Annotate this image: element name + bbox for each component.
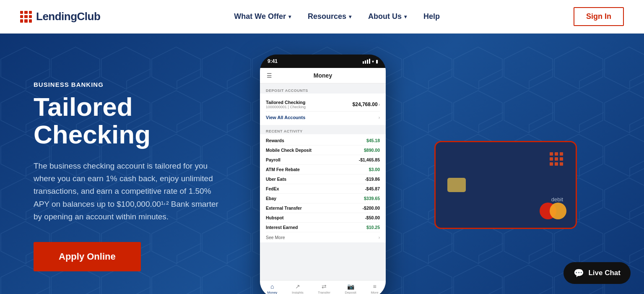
- activity-row: ATM Fee Rebate $3.00: [266, 165, 380, 174]
- hero-section: BUSINESS BANKING Tailored Checking The b…: [0, 34, 644, 294]
- phone-screen-title: Money: [314, 72, 332, 79]
- activity-row: Payroll -$1,465.85: [266, 155, 380, 165]
- menu-icon: ☰: [267, 72, 272, 79]
- card-chip: [447, 178, 466, 192]
- battery-icon: ▮: [376, 59, 378, 64]
- deposit-section-label: DEPOSIT ACCOUNTS: [260, 87, 386, 94]
- account-balance: $24,768.00 ›: [353, 101, 380, 107]
- debit-card: debit: [434, 141, 577, 229]
- footer-tab-deposit[interactable]: 📷 Deposit: [345, 283, 356, 294]
- chat-bubble-icon: 💬: [574, 268, 584, 278]
- hero-content: BUSINESS BANKING Tailored Checking The b…: [34, 81, 235, 271]
- phone-screen: ☰ Money DEPOSIT ACCOUNTS Tailored Checki…: [260, 68, 386, 294]
- chevron-down-icon: ▾: [288, 14, 291, 20]
- live-chat-label: Live Chat: [588, 269, 621, 277]
- card-debit-label: debit: [551, 196, 563, 203]
- activity-row: External Transfer -$200.00: [266, 203, 380, 213]
- activity-row: Mobile Check Deposit $890.00: [266, 146, 380, 155]
- chevron-down-icon: ▾: [349, 14, 351, 20]
- phone-status-icons: ▾ ▮: [363, 59, 378, 64]
- transfer-icon: ⇄: [322, 283, 327, 290]
- phone-mockup: 9:41 ▾ ▮ ☰ Money: [260, 55, 386, 294]
- see-more-row[interactable]: See More ›: [266, 232, 380, 241]
- nav-item-about-us[interactable]: About Us ▾: [368, 12, 407, 21]
- activity-row: Interest Earned $10.25: [266, 223, 380, 232]
- hero-description: The business checking account is tailore…: [34, 160, 226, 224]
- chevron-down-icon: ▾: [404, 14, 407, 20]
- phone-time: 9:41: [267, 58, 278, 64]
- mastercard-logo: [540, 203, 566, 219]
- home-icon: ⌂: [270, 283, 274, 290]
- activity-row: Hubspot -$50.00: [266, 213, 380, 223]
- sign-in-button[interactable]: Sign In: [574, 7, 624, 26]
- header: LendingClub What We Offer ▾ Resources ▾ …: [0, 0, 644, 34]
- phone-app-header: ☰ Money: [260, 68, 386, 83]
- nav-item-help[interactable]: Help: [423, 12, 440, 21]
- more-icon: ≡: [373, 283, 376, 290]
- chevron-right-icon: ›: [379, 115, 380, 120]
- activity-row: Ebay $339.65: [266, 194, 380, 203]
- phone-body: DEPOSIT ACCOUNTS Tailored Checking 10000…: [260, 83, 386, 280]
- wifi-icon: ▾: [372, 59, 374, 64]
- footer-tab-more[interactable]: ≡ More: [371, 283, 378, 294]
- account-name: Tailored Checking: [266, 100, 306, 105]
- hero-visual: debit 9:41 ▾ ▮: [235, 59, 610, 294]
- chevron-right-icon: ›: [379, 235, 380, 240]
- footer-tab-money[interactable]: ⌂ Money: [267, 283, 277, 294]
- footer-tab-insights[interactable]: ↗ Insights: [292, 283, 304, 294]
- insights-icon: ↗: [295, 283, 300, 290]
- nav-item-what-we-offer[interactable]: What We Offer ▾: [234, 12, 291, 21]
- footer-tab-transfer[interactable]: ⇄ Transfer: [318, 283, 330, 294]
- phone-notch: [310, 55, 335, 63]
- activity-section-label: RECENT ACTIVITY: [260, 127, 386, 134]
- view-all-row[interactable]: View All Accounts ›: [266, 112, 380, 121]
- deposit-icon: 📷: [347, 283, 354, 290]
- account-card: Tailored Checking 1000000001 | Checking …: [260, 94, 386, 125]
- nav-item-resources[interactable]: Resources ▾: [308, 12, 351, 21]
- see-more-label: See More: [266, 235, 285, 240]
- account-number: 1000000001 | Checking: [266, 105, 306, 109]
- account-row: Tailored Checking 1000000001 | Checking …: [266, 98, 380, 112]
- view-all-label: View All Accounts: [266, 115, 305, 120]
- hero-eyebrow: BUSINESS BANKING: [34, 81, 235, 88]
- activity-row: FedEx -$45.87: [266, 184, 380, 194]
- phone-status-bar: 9:41 ▾ ▮: [260, 55, 386, 68]
- logo-text: LendingClub: [36, 10, 100, 23]
- logo-icon: [20, 11, 32, 23]
- apply-online-button[interactable]: Apply Online: [34, 242, 141, 271]
- logo[interactable]: LendingClub: [20, 10, 100, 23]
- phone-footer-nav: ⌂ Money ↗ Insights ⇄ Transfer 📷 Deposit: [260, 280, 386, 294]
- activity-row: Uber Eats -$19.86: [266, 174, 380, 184]
- activity-row: Rewards $45.18: [266, 136, 380, 146]
- hero-title: Tailored Checking: [34, 93, 235, 148]
- card-logo-dots: [550, 152, 563, 166]
- live-chat-button[interactable]: 💬 Live Chat: [564, 262, 631, 284]
- main-nav: What We Offer ▾ Resources ▾ About Us ▾ H…: [234, 12, 440, 21]
- activity-list: Rewards $45.18 Mobile Check Deposit $890…: [260, 134, 386, 242]
- chevron-right-icon: ›: [379, 102, 380, 107]
